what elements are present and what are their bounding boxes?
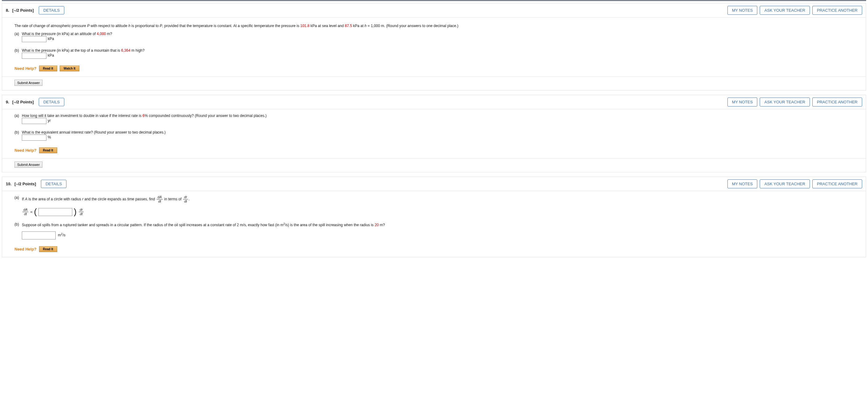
part-b: (b) What is the pressure (in kPa) at the… — [14, 48, 857, 59]
answer-input-9a[interactable] — [22, 118, 46, 124]
question-header: 10. [–/2 Points] DETAILS MY NOTES ASK YO… — [2, 177, 866, 191]
need-help-row: Need Help? Read It Watch It — [14, 65, 857, 71]
question-points: [–/2 Points] — [12, 8, 34, 12]
part-label: (b) — [14, 130, 19, 135]
part-label: (b) — [14, 222, 19, 227]
ask-teacher-button[interactable]: ASK YOUR TEACHER — [760, 6, 810, 15]
details-button[interactable]: DETAILS — [39, 98, 64, 106]
practice-another-button[interactable]: PRACTICE ANOTHER — [812, 179, 862, 188]
ask-teacher-button[interactable]: ASK YOUR TEACHER — [760, 179, 810, 188]
question-body: (a) How long will it take an investment … — [2, 109, 866, 158]
submit-answer-button[interactable]: Submit Answer — [14, 80, 42, 86]
part-b: (b) Suppose oil spills from a ruptured t… — [14, 222, 857, 239]
practice-another-button[interactable]: PRACTICE ANOTHER — [812, 6, 862, 15]
unit-label: % — [48, 135, 51, 140]
fraction-dr-dt: drdt — [79, 208, 84, 216]
fraction-dr-dt: drdt — [183, 196, 188, 203]
unit-label: kPa — [48, 53, 54, 58]
part-label: (b) — [14, 48, 19, 53]
need-help-row: Need Help? Read It — [14, 147, 857, 153]
part-b: (b) What is the equivalent annual intere… — [14, 130, 857, 141]
need-help-label: Need Help? — [14, 148, 37, 153]
part-label: (a) — [14, 114, 19, 118]
question-header: 8. [–/2 Points] DETAILS MY NOTES ASK YOU… — [2, 3, 866, 18]
submit-row: Submit Answer — [2, 77, 866, 90]
answer-input-8b[interactable] — [22, 53, 46, 59]
question-number: 9. — [6, 100, 9, 104]
answer-input-10b[interactable] — [22, 231, 56, 239]
question-intro: The rate of change of atmospheric pressu… — [14, 24, 857, 28]
my-notes-button[interactable]: MY NOTES — [727, 97, 757, 107]
question-header: 9. [–/2 Points] DETAILS MY NOTES ASK YOU… — [2, 95, 866, 109]
page-top-divider — [2, 0, 866, 1]
need-help-label: Need Help? — [14, 66, 37, 71]
details-button[interactable]: DETAILS — [41, 180, 66, 188]
part-label: (a) — [14, 32, 19, 36]
unit-label: kPa — [48, 37, 54, 41]
need-help-label: Need Help? — [14, 247, 37, 252]
submit-row: Submit Answer — [2, 158, 866, 172]
question-body: The rate of change of atmospheric pressu… — [2, 18, 866, 77]
ask-teacher-button[interactable]: ASK YOUR TEACHER — [760, 97, 810, 107]
question-10: 10. [–/2 Points] DETAILS MY NOTES ASK YO… — [2, 177, 866, 257]
question-body: (a) If A is the area of a circle with ra… — [2, 191, 866, 257]
part-a: (a) If A is the area of a circle with ra… — [14, 196, 857, 216]
part-a: (a) What is the pressure (in kPa) at an … — [14, 32, 857, 42]
question-points: [–/2 Points] — [14, 182, 36, 186]
question-8: 8. [–/2 Points] DETAILS MY NOTES ASK YOU… — [2, 3, 866, 90]
practice-another-button[interactable]: PRACTICE ANOTHER — [812, 97, 862, 107]
need-help-row: Need Help? Read It — [14, 246, 857, 252]
unit-label: m2/s — [58, 233, 65, 237]
my-notes-button[interactable]: MY NOTES — [727, 6, 757, 15]
question-number: 8. — [6, 8, 9, 12]
submit-answer-button[interactable]: Submit Answer — [14, 161, 42, 168]
read-it-button[interactable]: Read It — [39, 246, 57, 252]
read-it-button[interactable]: Read It — [39, 147, 57, 153]
watch-it-button[interactable]: Watch It — [60, 65, 80, 71]
answer-input-8a[interactable] — [22, 36, 46, 42]
question-9: 9. [–/2 Points] DETAILS MY NOTES ASK YOU… — [2, 95, 866, 172]
question-number: 10. — [6, 182, 11, 186]
paren-close-icon: ) — [74, 208, 76, 215]
read-it-button[interactable]: Read It — [39, 65, 57, 71]
answer-input-10a[interactable] — [38, 208, 72, 216]
question-points: [–/2 Points] — [12, 100, 34, 104]
details-button[interactable]: DETAILS — [39, 6, 64, 14]
paren-open-icon: ( — [34, 208, 37, 215]
my-notes-button[interactable]: MY NOTES — [727, 179, 757, 188]
fraction-dA-dt: dAdt — [157, 196, 162, 203]
unit-label: yr — [48, 118, 51, 123]
part-label: (a) — [14, 196, 19, 200]
answer-input-9b[interactable] — [22, 135, 46, 141]
part-a: (a) How long will it take an investment … — [14, 114, 857, 124]
fraction-dA-dt: dAdt — [23, 208, 28, 216]
